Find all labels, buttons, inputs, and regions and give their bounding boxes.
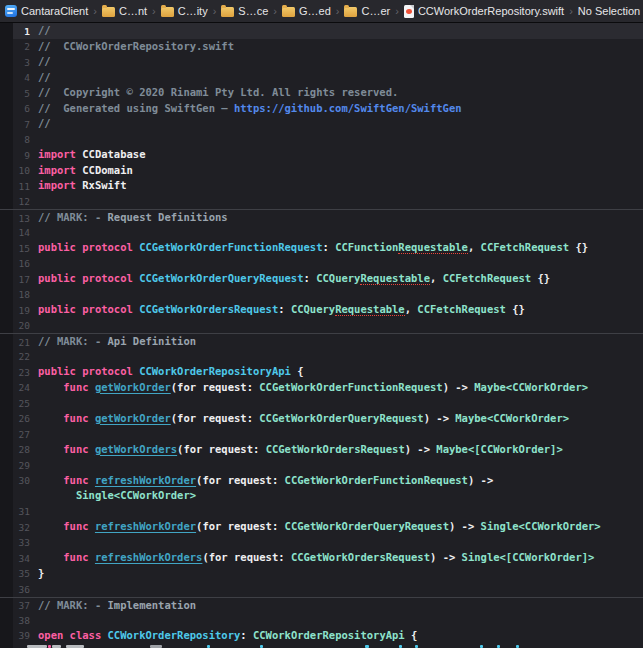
code-line-wrap[interactable]: Single<CCWorkOrder> <box>0 488 643 504</box>
line-number[interactable]: 27 <box>13 426 30 442</box>
code-segment: CCGetWorkOrdersRequest <box>291 551 430 563</box>
line-number[interactable]: 24 <box>13 380 30 396</box>
code-area[interactable]: 1//2// CCWorkOrderRepository.swift3//4//… <box>0 23 643 648</box>
breadcrumb-folder[interactable]: G…ed <box>282 5 331 17</box>
breadcrumb-folder[interactable]: S…ce <box>221 5 268 17</box>
code-segment: CCWorkOrderRepositoryApi <box>139 365 291 377</box>
line-number[interactable]: 26 <box>13 411 30 427</box>
code-line-18[interactable]: 18 <box>0 287 643 303</box>
line-number[interactable]: 4 <box>13 70 30 86</box>
code-line-8[interactable]: 8 <box>0 132 643 148</box>
code-line-2[interactable]: 2// CCWorkOrderRepository.swift <box>0 39 643 55</box>
line-number[interactable]: 13 <box>13 210 30 225</box>
code-line-30[interactable]: 30 func refreshWorkOrder(for request: CC… <box>0 473 643 489</box>
code-line-36[interactable]: 36 <box>0 581 643 597</box>
code-line-38[interactable]: 38 <box>0 612 643 628</box>
code-line-9[interactable]: 9import CCDatabase <box>0 147 643 163</box>
code-text: // <box>30 23 51 39</box>
line-number[interactable]: 25 <box>13 395 30 411</box>
line-number[interactable]: 34 <box>13 550 30 566</box>
line-number[interactable]: 37 <box>13 598 30 613</box>
line-number[interactable]: 9 <box>13 147 30 163</box>
code-line-22[interactable]: 22 <box>0 349 643 365</box>
breadcrumb-project[interactable]: CantaraClient <box>5 5 88 17</box>
code-line-23[interactable]: 23public protocol CCWorkOrderRepositoryA… <box>0 364 643 380</box>
gutter-edge <box>0 147 13 163</box>
line-number[interactable]: 20 <box>13 318 30 334</box>
line-number[interactable]: 6 <box>13 101 30 117</box>
line-number[interactable]: 11 <box>13 178 30 194</box>
line-number[interactable]: 33 <box>13 535 30 551</box>
line-number[interactable]: 10 <box>13 163 30 179</box>
code-line-4[interactable]: 4// <box>0 70 643 86</box>
code-line-15[interactable]: 15public protocol CCGetWorkOrderFunction… <box>0 240 643 256</box>
code-line-20[interactable]: 20 <box>0 318 643 334</box>
code-line-13[interactable]: 13// MARK: - Request Definitions <box>0 209 643 225</box>
line-number[interactable]: 18 <box>13 287 30 303</box>
line-number[interactable]: 12 <box>13 194 30 210</box>
code-line-25[interactable]: 25 <box>0 395 643 411</box>
code-segment: (for request: <box>196 520 285 532</box>
gutter-edge <box>0 349 13 365</box>
code-line-6[interactable]: 6// Generated using SwiftGen — https://g… <box>0 101 643 117</box>
code-line-31[interactable]: 31 <box>0 504 643 520</box>
code-line-10[interactable]: 10import CCDomain <box>0 163 643 179</box>
code-segment: (for request: <box>171 412 260 424</box>
line-number[interactable] <box>13 488 30 504</box>
code-line-7[interactable]: 7// <box>0 116 643 132</box>
line-number[interactable]: 31 <box>13 504 30 520</box>
code-line-34[interactable]: 34 func refreshWorkOrders(for request: C… <box>0 550 643 566</box>
line-number[interactable]: 7 <box>13 116 30 132</box>
code-line-3[interactable]: 3// <box>0 54 643 70</box>
code-line-29[interactable]: 29 <box>0 457 643 473</box>
line-number[interactable]: 29 <box>13 457 30 473</box>
code-line-1[interactable]: 1// <box>0 23 643 39</box>
breadcrumb-folder[interactable]: C…er <box>344 5 390 17</box>
line-number[interactable]: 14 <box>13 225 30 241</box>
line-number[interactable]: 1 <box>13 23 30 39</box>
code-line-17[interactable]: 17public protocol CCGetWorkOrderQueryReq… <box>0 271 643 287</box>
breadcrumb-folder-label: S…ce <box>238 5 268 17</box>
code-line-28[interactable]: 28 func getWorkOrders(for request: CCGet… <box>0 442 643 458</box>
line-number[interactable]: 36 <box>13 581 30 597</box>
code-line-35[interactable]: 35} <box>0 566 643 582</box>
line-number[interactable]: 3 <box>13 54 30 70</box>
line-number[interactable]: 17 <box>13 271 30 287</box>
line-number[interactable]: 32 <box>13 519 30 535</box>
line-number[interactable]: 2 <box>13 39 30 55</box>
code-line-32[interactable]: 32 func refreshWorkOrder(for request: CC… <box>0 519 643 535</box>
breadcrumb-folder[interactable]: C…nt <box>102 5 147 17</box>
line-number[interactable]: 22 <box>13 349 30 365</box>
line-number[interactable]: 39 <box>13 628 30 644</box>
code-line-39[interactable]: 39open class CCWorkOrderRepository: CCWo… <box>0 628 643 644</box>
breadcrumb-file[interactable]: CCWorkOrderRepository.swift <box>404 5 564 18</box>
code-line-26[interactable]: 26 func getWorkOrder(for request: CCGetW… <box>0 411 643 427</box>
line-number[interactable]: 38 <box>13 612 30 628</box>
line-number[interactable]: 15 <box>13 240 30 256</box>
code-line-5[interactable]: 5// Copyright © 2020 Rinami Pty Ltd. All… <box>0 85 643 101</box>
line-number[interactable]: 28 <box>13 442 30 458</box>
gutter-edge <box>0 271 13 287</box>
line-number[interactable]: 16 <box>13 256 30 272</box>
gutter-edge <box>0 364 13 380</box>
breadcrumb-folder-label: G…ed <box>299 5 331 17</box>
code-line-37[interactable]: 37// MARK: - Implementation <box>0 597 643 613</box>
line-number[interactable]: 5 <box>13 85 30 101</box>
line-number[interactable]: 23 <box>13 364 30 380</box>
code-line-19[interactable]: 19public protocol CCGetWorkOrdersRequest… <box>0 302 643 318</box>
line-number[interactable]: 21 <box>13 334 30 349</box>
line-number[interactable]: 35 <box>13 566 30 582</box>
code-line-24[interactable]: 24 func getWorkOrder(for request: CCGetW… <box>0 380 643 396</box>
line-number[interactable]: 30 <box>13 473 30 489</box>
code-line-33[interactable]: 33 <box>0 535 643 551</box>
line-number[interactable]: 19 <box>13 302 30 318</box>
code-line-11[interactable]: 11import RxSwift <box>0 178 643 194</box>
code-line-21[interactable]: 21// MARK: - Api Definition <box>0 333 643 349</box>
line-number[interactable]: 8 <box>13 132 30 148</box>
breadcrumb-selection[interactable]: No Selection <box>578 5 640 17</box>
code-line-12[interactable]: 12 <box>0 194 643 210</box>
code-line-16[interactable]: 16 <box>0 256 643 272</box>
code-line-27[interactable]: 27 <box>0 426 643 442</box>
breadcrumb-folder[interactable]: C…ity <box>161 5 208 17</box>
code-line-14[interactable]: 14 <box>0 225 643 241</box>
